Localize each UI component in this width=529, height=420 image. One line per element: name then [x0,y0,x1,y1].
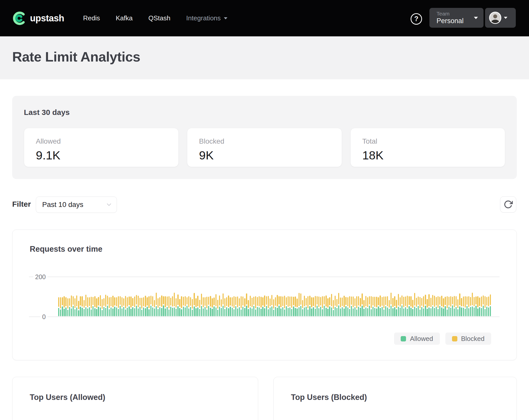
bar [244,298,245,316]
bar [333,300,334,316]
bar [270,298,271,316]
bar [217,300,218,316]
bar [463,296,464,316]
bar [181,296,182,316]
help-button[interactable]: ? [411,13,422,25]
bar [309,296,310,316]
bar [338,293,339,316]
bar [342,297,343,316]
bar [62,297,63,316]
bar [315,296,316,316]
bar [123,298,124,317]
bar [134,296,135,316]
bar [481,296,482,316]
nav-item-integrations[interactable]: Integrations [186,14,227,22]
bar [485,296,486,316]
bar [356,296,357,316]
question-mark-icon: ? [414,15,418,23]
bar [208,297,209,316]
allowed-swatch-icon [401,336,406,341]
bar [73,296,74,316]
bar [188,296,189,316]
bar [313,297,314,316]
bar [409,296,410,316]
nav-item-redis[interactable]: Redis [83,14,100,22]
nav-item-qstash[interactable]: QStash [148,14,170,22]
bar [150,296,151,316]
refresh-button[interactable] [500,196,516,213]
bar [132,298,133,316]
bar [329,297,330,316]
team-switcher[interactable]: Team Personal [429,8,484,28]
bar [271,295,272,316]
bar [392,298,393,316]
upstash-brand[interactable]: upstash [12,0,64,36]
bar [299,293,300,316]
user-photo-icon [490,12,501,23]
bar [203,297,204,316]
y-tick-200: 200 [33,273,48,281]
bar [92,297,94,316]
bar [71,295,72,316]
bar [170,298,171,316]
bar [465,296,466,316]
bar [98,297,99,316]
chart-title: Requests over time [30,245,102,254]
summary-panel: Last 30 days Allowed 9.1K Blocked 9K Tot… [12,96,517,179]
bar [347,297,348,316]
bar [221,299,222,316]
bar [94,296,95,316]
bar [165,296,166,316]
bar [74,298,75,317]
bar [331,294,332,316]
bar [234,296,235,316]
bar [226,297,227,316]
bar [161,295,162,316]
bar [168,296,169,316]
bar [147,297,148,316]
rate-limit-analytics-page: upstash Redis Kafka QStash Integrations … [0,0,529,420]
bar [156,293,157,316]
bar [230,297,231,316]
bar [293,297,294,316]
bar [367,297,368,316]
bar [300,293,301,316]
time-range-value: Past 10 days [42,201,83,209]
bar [439,297,440,316]
bar [340,297,341,316]
bar [250,296,251,316]
time-range-select[interactable]: Past 10 days [36,197,117,213]
bar [349,296,350,316]
bar [354,298,355,317]
bar [459,293,460,316]
bar [252,298,253,316]
stat-label: Blocked [199,137,330,146]
bar [167,296,168,316]
legend-item-allowed[interactable]: Allowed [394,333,440,345]
bar [58,297,59,316]
bar [318,296,319,316]
bar [190,297,191,316]
legend-item-blocked[interactable]: Blocked [445,333,491,345]
bar [213,297,214,316]
bar [89,297,90,316]
account-menu[interactable] [485,8,516,28]
bar [255,296,256,316]
bar [428,294,429,316]
bar [210,296,211,316]
bar [262,297,263,316]
chevron-down-icon [224,17,227,19]
bar [441,296,442,316]
bar [199,300,200,316]
bar [257,297,258,316]
bar [145,296,146,316]
bar [266,296,267,316]
nav-item-kafka[interactable]: Kafka [116,14,133,22]
bar [268,296,269,316]
bar [260,297,261,316]
bar [125,296,126,316]
bar [264,295,265,316]
bar [85,295,86,316]
stat-label: Allowed [36,137,167,146]
bar [242,296,243,316]
